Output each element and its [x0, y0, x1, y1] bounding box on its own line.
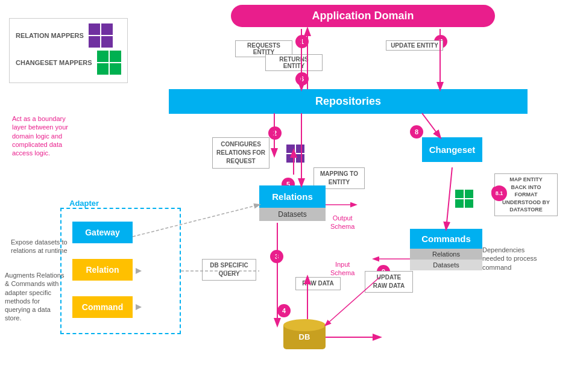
- output-schema-label: OutputSchema: [330, 214, 354, 231]
- app-domain-box: Application Domain: [231, 5, 495, 27]
- app-domain-label: Application Domain: [312, 10, 414, 22]
- commands-datasets-sub: Datasets: [410, 260, 482, 270]
- db-top: [283, 319, 326, 331]
- changeset-box: Changeset: [422, 137, 482, 162]
- num-8: 8: [410, 125, 423, 138]
- num-2: 2: [268, 126, 282, 140]
- svg-line-13: [446, 167, 452, 229]
- num-4: 4: [277, 304, 291, 317]
- repositories-box: Repositories: [169, 89, 528, 114]
- db-container: DB: [283, 319, 326, 352]
- raw-data-label: RAW DATA: [295, 277, 341, 290]
- num-3: 3: [270, 250, 283, 263]
- relations-header: Relations: [259, 185, 326, 208]
- commands-relations-sub: Relations: [410, 249, 482, 260]
- repositories-label: Repositories: [315, 95, 381, 107]
- update-raw-data-label: UPDATERAW DATA: [365, 271, 413, 293]
- db-label: DB: [283, 332, 326, 341]
- configures-relations-label: CONFIGURESRELATIONS FORREQUEST: [212, 137, 269, 169]
- legend: RELATION MAPPERS CHANGESET MAPPERS: [9, 18, 128, 83]
- relations-box: Relations Datasets: [259, 185, 326, 221]
- relation-mapper-icon: [89, 23, 113, 48]
- command-box: Command: [72, 296, 133, 318]
- relations-datasets: Datasets: [259, 208, 326, 221]
- adapter-label: Adapter: [69, 199, 99, 208]
- input-schema-label: InputSchema: [330, 260, 354, 278]
- svg-line-12: [422, 113, 440, 137]
- expose-datasets-annotation: Expose datasets torelations at runtime: [11, 238, 68, 255]
- relation-box: Relation: [72, 259, 133, 281]
- num-1: 1: [295, 35, 309, 48]
- relation-mappers-label: RELATION MAPPERS: [16, 32, 84, 39]
- commands-header: Commands: [410, 229, 482, 249]
- changeset-mapper-diagram: [455, 190, 473, 208]
- changeset-mappers-label: CHANGESET MAPPERS: [16, 59, 92, 66]
- num-8-1-fixed: 8.1: [491, 185, 507, 201]
- update-entity-label: UPDATE ENTITY: [386, 40, 443, 51]
- augments-annotation: Augments Relations& Commands withadapter…: [5, 271, 64, 323]
- db-specific-query-label: DB SPECIFICQUERY: [202, 259, 256, 281]
- num-6: 6: [295, 72, 309, 86]
- changeset-mapper-icon: [97, 51, 121, 75]
- commands-box: Commands Relations Datasets: [410, 229, 482, 270]
- dependencies-annotation: Dependenciesneeded to processcommand: [482, 246, 537, 272]
- returns-entity-label: RETURNS ENTITY: [265, 54, 323, 71]
- relation-mapper-diagram-1: [286, 145, 304, 163]
- db-cylinder: DB: [283, 319, 326, 352]
- gateway-box: Gateway: [72, 222, 133, 243]
- boundary-annotation: Act as a boundarylayer between yourdomai…: [12, 114, 68, 157]
